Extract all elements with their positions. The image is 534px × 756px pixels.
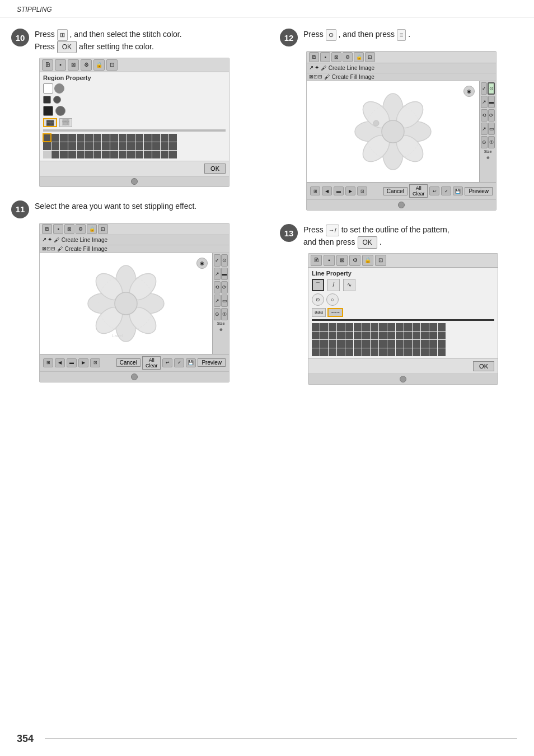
color-text-btn-1[interactable]: ▓▓ bbox=[43, 118, 57, 127]
p-cell[interactable] bbox=[396, 323, 404, 331]
tb-11-1[interactable]: 🖹 bbox=[42, 224, 52, 234]
p-cell[interactable] bbox=[329, 332, 336, 339]
p-cell[interactable] bbox=[413, 323, 420, 331]
pattern-cell[interactable] bbox=[135, 151, 143, 158]
pattern-cell[interactable] bbox=[43, 134, 51, 142]
rt-icon-8[interactable]: ▭ bbox=[221, 295, 228, 307]
p-cell[interactable] bbox=[337, 332, 345, 339]
pattern-cell[interactable] bbox=[77, 151, 85, 158]
p-cell[interactable] bbox=[404, 348, 412, 356]
p-cell[interactable] bbox=[354, 323, 362, 331]
rt-icon-12-5[interactable]: ⟲ bbox=[481, 109, 488, 122]
p-cell[interactable] bbox=[320, 332, 328, 339]
bt-icon-12-2[interactable]: ◀ bbox=[322, 186, 332, 195]
pattern-cell[interactable] bbox=[152, 151, 160, 158]
p-cell[interactable] bbox=[345, 348, 353, 356]
bt-icon-12-4[interactable]: ▶ bbox=[345, 186, 355, 195]
pattern-cell[interactable] bbox=[68, 142, 76, 150]
p-cell[interactable] bbox=[396, 340, 404, 348]
bt-redo-12[interactable]: ✓ bbox=[441, 186, 451, 195]
pattern-cell[interactable] bbox=[169, 142, 177, 150]
pattern-cell[interactable] bbox=[119, 151, 127, 158]
p-cell[interactable] bbox=[371, 348, 378, 356]
line-opt-curve[interactable]: ⌒ bbox=[312, 279, 324, 291]
pattern-cell[interactable] bbox=[51, 134, 59, 142]
pattern-cell[interactable] bbox=[102, 151, 110, 158]
pattern-cell[interactable] bbox=[161, 134, 168, 142]
p-cell[interactable] bbox=[438, 340, 446, 348]
p-cell[interactable] bbox=[413, 348, 420, 356]
p-cell[interactable] bbox=[362, 340, 370, 348]
pattern-cell[interactable] bbox=[85, 151, 93, 158]
panel-10-ok-button[interactable]: OK bbox=[204, 164, 226, 174]
circle-opt-1[interactable]: ⊙ bbox=[312, 293, 324, 306]
pattern-cell[interactable] bbox=[135, 142, 143, 150]
tb-11-4[interactable]: ⚙ bbox=[76, 224, 86, 234]
pattern-cell[interactable] bbox=[93, 142, 101, 150]
pattern-cell[interactable] bbox=[127, 142, 135, 150]
p-cell[interactable] bbox=[337, 323, 345, 331]
bt-undo-11[interactable]: ↩ bbox=[162, 358, 172, 367]
pattern-cell[interactable] bbox=[144, 142, 152, 150]
p-cell[interactable] bbox=[438, 348, 446, 356]
bt-icon-12-3[interactable]: ▬ bbox=[334, 186, 344, 195]
bt-save-12[interactable]: 💾 bbox=[453, 186, 463, 195]
p-cell[interactable] bbox=[438, 323, 446, 331]
pattern-cell[interactable] bbox=[93, 151, 101, 158]
menu-create-fill-12[interactable]: 🖋 Create Fill Image bbox=[324, 74, 376, 80]
rt-icon-5[interactable]: ⟲ bbox=[214, 281, 221, 293]
bt-icon-2[interactable]: ◀ bbox=[55, 358, 65, 367]
canvas-main-11[interactable]: Label ◉ bbox=[40, 253, 212, 354]
pattern-cell[interactable] bbox=[77, 134, 85, 142]
pattern-cell[interactable] bbox=[51, 142, 59, 150]
bt-icon-12-1[interactable]: ⊞ bbox=[310, 186, 320, 195]
p-cell[interactable] bbox=[337, 348, 345, 356]
pattern-cell[interactable] bbox=[119, 134, 127, 142]
p-cell[interactable] bbox=[429, 332, 437, 339]
pattern-cell[interactable] bbox=[102, 142, 110, 150]
pattern-cell[interactable] bbox=[102, 134, 110, 142]
p-cell[interactable] bbox=[362, 332, 370, 339]
pattern-cell[interactable] bbox=[110, 134, 118, 142]
p-cell[interactable] bbox=[396, 332, 404, 339]
tb-icon-2[interactable]: ▪ bbox=[55, 59, 66, 71]
menu-create-line[interactable]: 🖋 Create Line Image bbox=[53, 236, 109, 244]
tb-13-3[interactable]: ⊠ bbox=[336, 255, 348, 266]
p-cell[interactable] bbox=[345, 323, 353, 331]
p-cell[interactable] bbox=[379, 348, 387, 356]
bt-save-11[interactable]: 💾 bbox=[186, 358, 196, 367]
p-cell[interactable] bbox=[345, 332, 353, 339]
p-cell[interactable] bbox=[429, 323, 437, 331]
pattern-cell[interactable] bbox=[152, 134, 160, 142]
all-clear-button-11[interactable]: AllClear bbox=[142, 356, 161, 370]
pattern-cell[interactable] bbox=[135, 134, 143, 142]
bt-icon-12-5[interactable]: ⊡ bbox=[357, 186, 367, 195]
pattern-cell[interactable] bbox=[43, 151, 51, 158]
p-cell[interactable] bbox=[421, 340, 429, 348]
pattern-cell[interactable] bbox=[85, 134, 93, 142]
pattern-cell[interactable] bbox=[110, 151, 118, 158]
pattern-cell[interactable] bbox=[60, 151, 68, 158]
rt-icon-12-1[interactable]: ✓ bbox=[481, 82, 487, 95]
rt-icon-9[interactable]: ⊙ bbox=[214, 308, 221, 320]
text-sel-btn-1[interactable]: aaa bbox=[312, 308, 326, 317]
p-cell[interactable] bbox=[312, 323, 320, 331]
rt-icon-7[interactable]: ↗ bbox=[214, 295, 221, 307]
p-cell[interactable] bbox=[404, 323, 412, 331]
circle-opt-2[interactable]: ○ bbox=[326, 293, 339, 306]
swatch-circle-lg[interactable] bbox=[55, 106, 65, 116]
menu-create-fill[interactable]: 🖋 Create Fill Image bbox=[57, 246, 109, 252]
tb-13-1[interactable]: 🖹 bbox=[311, 255, 322, 266]
rt-icon-2[interactable]: ⊙ bbox=[221, 254, 228, 267]
bt-undo-12[interactable]: ↩ bbox=[429, 186, 439, 195]
p-cell[interactable] bbox=[413, 340, 420, 348]
pattern-cell[interactable] bbox=[60, 142, 68, 150]
swatch-black-sm[interactable] bbox=[43, 96, 51, 104]
pattern-cell[interactable] bbox=[93, 134, 101, 142]
tb-12-1[interactable]: 🖹 bbox=[309, 52, 319, 62]
tb-11-2[interactable]: ▪ bbox=[53, 224, 63, 234]
line-opt-straight[interactable]: / bbox=[327, 279, 340, 291]
p-cell[interactable] bbox=[362, 348, 370, 356]
p-cell[interactable] bbox=[354, 348, 362, 356]
pattern-cell[interactable] bbox=[127, 134, 135, 142]
